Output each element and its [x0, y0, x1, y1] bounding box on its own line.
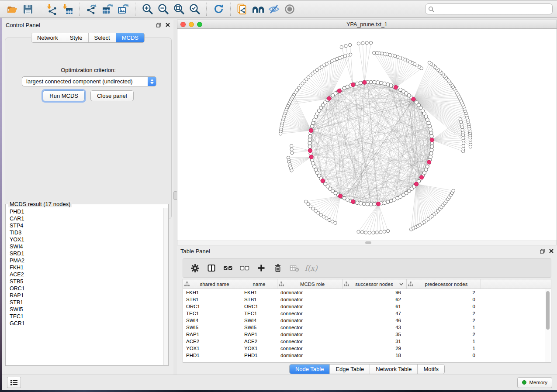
- table-scrollbar[interactable]: [545, 289, 550, 362]
- table-cell[interactable]: dominator: [277, 331, 343, 338]
- table-cell[interactable]: 2: [407, 331, 481, 338]
- table-cell[interactable]: 1: [407, 324, 481, 331]
- table-row[interactable]: ACE2ACE2connector311: [183, 338, 551, 345]
- mcds-result-item[interactable]: GCR1: [10, 320, 163, 327]
- show-columns-icon[interactable]: [204, 261, 219, 275]
- table-cell[interactable]: TEC1: [241, 310, 277, 317]
- tab-edge-table[interactable]: Edge Table: [330, 364, 370, 374]
- export-table-icon[interactable]: [101, 3, 114, 16]
- table-row[interactable]: YOX1YOX1connector291: [183, 345, 551, 352]
- mcds-result-item[interactable]: SWI4: [10, 243, 163, 250]
- tab-style[interactable]: Style: [64, 33, 89, 42]
- table-cell[interactable]: STB1: [241, 296, 277, 303]
- table-cell[interactable]: ORC1: [241, 303, 277, 310]
- network-hscroll-thumb[interactable]: [365, 241, 371, 244]
- table-cell[interactable]: 43: [343, 324, 407, 331]
- save-session-icon[interactable]: [21, 3, 35, 16]
- table-row[interactable]: SWI4SWI4dominator462: [183, 317, 551, 324]
- mcds-result-item[interactable]: SRD1: [10, 250, 163, 257]
- table-cell[interactable]: connector: [277, 338, 343, 345]
- table-cell[interactable]: 2: [407, 289, 481, 296]
- table-cell[interactable]: 0: [407, 303, 481, 310]
- table-cell[interactable]: 61: [343, 303, 407, 310]
- float-panel-icon[interactable]: [156, 23, 161, 28]
- delete-column-icon[interactable]: [270, 261, 285, 275]
- table-cell[interactable]: 0: [407, 352, 481, 359]
- export-network-icon[interactable]: [85, 3, 98, 16]
- tab-mcds[interactable]: MCDS: [116, 33, 144, 42]
- memory-button[interactable]: Memory: [517, 377, 552, 388]
- close-panel-icon[interactable]: [166, 23, 170, 27]
- table-cell[interactable]: 31: [343, 338, 407, 345]
- mcds-result-item[interactable]: RAP1: [10, 292, 163, 299]
- table-cell[interactable]: 2: [407, 310, 481, 317]
- mcds-result-item[interactable]: FKH1: [10, 264, 163, 271]
- add-column-icon[interactable]: [254, 261, 269, 275]
- table-cell[interactable]: ACE2: [183, 338, 241, 345]
- close-panel-button[interactable]: Close panel: [90, 90, 134, 101]
- deselect-all-icon[interactable]: [237, 261, 252, 275]
- select-all-icon[interactable]: [221, 261, 235, 275]
- mcds-result-item[interactable]: STP4: [10, 222, 163, 229]
- zoom-out-icon[interactable]: [156, 3, 170, 16]
- network-canvas[interactable]: [177, 29, 557, 241]
- task-history-button[interactable]: [7, 377, 21, 388]
- table-cell[interactable]: dominator: [277, 296, 343, 303]
- table-cell[interactable]: dominator: [277, 303, 343, 310]
- mcds-result-item[interactable]: STB1: [10, 299, 163, 306]
- table-cell[interactable]: 62: [343, 296, 407, 303]
- tab-network-table[interactable]: Network Table: [370, 364, 418, 374]
- tab-network[interactable]: Network: [31, 33, 64, 42]
- column-header-mcds-role[interactable]: MCDS role: [277, 279, 343, 289]
- table-cell[interactable]: 0: [407, 296, 481, 303]
- table-cell[interactable]: 47: [343, 310, 407, 317]
- table-settings-icon[interactable]: [187, 261, 202, 275]
- optimization-criterion-select[interactable]: largest connected component (undirected): [22, 76, 156, 86]
- table-cell[interactable]: TEC1: [183, 310, 241, 317]
- column-header-successor-nodes[interactable]: successor nodes: [343, 279, 407, 289]
- mcds-result-item[interactable]: CAR1: [10, 215, 163, 222]
- float-panel-icon[interactable]: [540, 249, 545, 254]
- tab-node-table[interactable]: Node Table: [290, 364, 330, 374]
- column-header-predecessor-nodes[interactable]: predecessor nodes: [407, 279, 481, 289]
- table-cell[interactable]: PHD1: [241, 352, 277, 359]
- import-network-icon[interactable]: [45, 3, 59, 16]
- zoom-selected-icon[interactable]: [188, 3, 201, 16]
- mcds-result-item[interactable]: ACE2: [10, 271, 163, 278]
- table-cell[interactable]: 35: [343, 331, 407, 338]
- search-input[interactable]: [434, 6, 550, 13]
- open-session-icon[interactable]: [6, 3, 19, 16]
- table-row[interactable]: FKH1FKH1dominator962: [183, 289, 551, 296]
- table-cell[interactable]: connector: [277, 324, 343, 331]
- table-row[interactable]: STB1STB1dominator620: [183, 296, 551, 303]
- zoom-fit-icon[interactable]: [172, 3, 185, 16]
- table-cell[interactable]: FKH1: [183, 289, 241, 296]
- search-network-icon[interactable]: [252, 3, 265, 16]
- run-mcds-button[interactable]: Run MCDS: [43, 90, 85, 101]
- table-cell[interactable]: 2: [407, 317, 481, 324]
- mcds-result-item[interactable]: PMA2: [10, 257, 163, 264]
- mcds-result-item[interactable]: PHD1: [10, 208, 163, 215]
- table-cell[interactable]: connector: [277, 345, 343, 352]
- mcds-result-item[interactable]: YOX1: [10, 236, 163, 243]
- tab-motifs[interactable]: Motifs: [418, 364, 444, 374]
- mcds-result-item[interactable]: STB5: [10, 278, 163, 285]
- table-row[interactable]: RAP1RAP1dominator352: [183, 331, 551, 338]
- table-cell[interactable]: 29: [343, 345, 407, 352]
- network-hscrollbar[interactable]: [177, 241, 557, 245]
- import-table-icon[interactable]: [61, 3, 74, 16]
- select-stepper-icon[interactable]: [148, 76, 156, 86]
- apply-layout-icon[interactable]: [212, 3, 225, 16]
- table-cell[interactable]: 46: [343, 317, 407, 324]
- column-header-shared-name[interactable]: shared name: [183, 279, 241, 289]
- table-row[interactable]: SWI5SWI5connector431: [183, 324, 551, 331]
- table-row[interactable]: ORC1ORC1dominator610: [183, 303, 551, 310]
- table-cell[interactable]: RAP1: [183, 331, 241, 338]
- table-cell[interactable]: SWI5: [241, 324, 277, 331]
- table-cell[interactable]: connector: [277, 310, 343, 317]
- mcds-result-item[interactable]: SWI5: [10, 306, 163, 313]
- tab-select[interactable]: Select: [89, 33, 116, 42]
- table-cell[interactable]: dominator: [277, 317, 343, 324]
- mcds-result-item[interactable]: ORC1: [10, 285, 163, 292]
- table-cell[interactable]: PHD1: [183, 352, 241, 359]
